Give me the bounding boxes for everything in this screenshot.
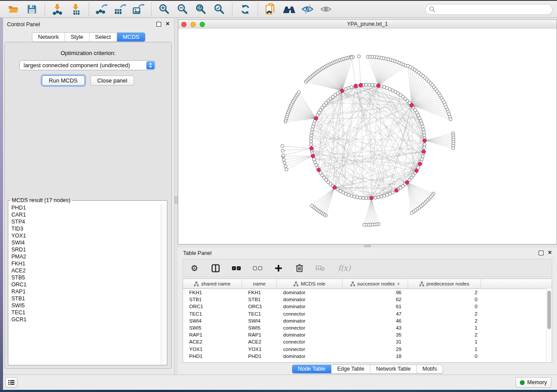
cell-successor-nodes[interactable]: 47 — [343, 311, 408, 316]
cell-MCDS-role[interactable]: connector — [277, 339, 343, 344]
float-panel-icon[interactable] — [156, 22, 161, 27]
cell-successor-nodes[interactable]: 29 — [343, 347, 408, 352]
cell-shared-name[interactable]: PHD1 — [183, 354, 242, 359]
cell-successor-nodes[interactable]: 18 — [343, 354, 408, 359]
table-settings-button[interactable]: ⚙ — [189, 263, 200, 273]
cell-MCDS-role[interactable]: dominator — [277, 297, 343, 302]
cell-predecessor-nodes[interactable]: 1 — [408, 347, 481, 352]
close-panel-button[interactable]: Close panel — [90, 76, 135, 86]
tab-edge-table[interactable]: Edge Table — [332, 365, 370, 373]
search-box[interactable] — [425, 4, 553, 15]
table-row[interactable]: SWI4SWI4dominator462 — [183, 317, 552, 324]
table-row[interactable]: ORC1ORC1dominator610 — [183, 303, 552, 310]
cell-shared-name[interactable]: YOX1 — [183, 347, 242, 352]
cell-MCDS-role[interactable]: connector — [277, 347, 343, 352]
cell-name[interactable]: STB1 — [242, 297, 277, 302]
cell-MCDS-role[interactable]: dominator — [277, 318, 343, 323]
select-all-button[interactable]: ✓✓ — [231, 263, 242, 273]
zoom-fit-button[interactable] — [194, 2, 208, 16]
zoom-out-button[interactable] — [176, 2, 190, 16]
cell-shared-name[interactable]: TEC1 — [183, 311, 242, 316]
network-graph[interactable] — [178, 29, 557, 244]
cell-predecessor-nodes[interactable]: 2 — [408, 332, 481, 337]
run-mcds-button[interactable]: Run MCDS — [42, 76, 85, 86]
show-all-button[interactable] — [319, 2, 333, 16]
tab-node-table[interactable]: Node Table — [292, 365, 332, 373]
table-row[interactable]: SWI5SWI5connector431 — [183, 324, 552, 331]
cell-shared-name[interactable]: SWI5 — [183, 325, 242, 330]
scrollbar-thumb[interactable] — [547, 291, 551, 329]
cell-successor-nodes[interactable]: 35 — [343, 332, 408, 337]
table-row[interactable]: YOX1YOX1connector291 — [183, 346, 552, 353]
optimization-criterion-select[interactable]: largest connected component (undirected) — [19, 60, 156, 70]
cell-shared-name[interactable]: ACE2 — [183, 339, 242, 344]
cell-name[interactable]: SWI5 — [242, 325, 277, 330]
table-scrollbar[interactable] — [546, 289, 552, 362]
cell-predecessor-nodes[interactable]: 0 — [408, 297, 481, 302]
close-panel-icon[interactable]: × — [548, 249, 552, 255]
cell-predecessor-nodes[interactable]: 2 — [408, 311, 481, 316]
table-row[interactable]: PHD1PHD1dominator180 — [183, 353, 552, 360]
column-header-name[interactable]: name — [242, 279, 277, 289]
cell-predecessor-nodes[interactable]: 0 — [408, 304, 481, 309]
import-network-button[interactable] — [51, 2, 65, 16]
cell-successor-nodes[interactable]: 43 — [343, 325, 408, 330]
cell-successor-nodes[interactable]: 61 — [343, 304, 408, 309]
cell-name[interactable]: YOX1 — [242, 347, 277, 352]
table-row[interactable]: RAP1RAP1dominator352 — [183, 331, 552, 338]
horizontal-splitter[interactable] — [178, 244, 557, 248]
column-header-successor-nodes[interactable]: successor nodes∨ — [343, 279, 408, 289]
hide-selected-button[interactable] — [301, 2, 315, 16]
export-table-button[interactable] — [113, 2, 127, 16]
close-panel-icon[interactable]: × — [166, 20, 170, 27]
mcds-result-item[interactable]: GCR1 — [11, 316, 161, 323]
cell-name[interactable]: FKH1 — [242, 290, 277, 295]
mcds-result-item[interactable]: FKH1 — [11, 260, 161, 267]
mcds-result-item[interactable]: TID3 — [11, 225, 161, 232]
zoom-in-button[interactable] — [157, 2, 171, 16]
cell-successor-nodes[interactable]: 46 — [343, 318, 408, 323]
mcds-result-item[interactable]: SWI5 — [11, 302, 161, 309]
mcds-list-scrollbar[interactable] — [161, 204, 166, 364]
cell-name[interactable]: ORC1 — [242, 304, 277, 309]
memory-button[interactable]: Memory — [515, 377, 551, 388]
network-window-titlebar[interactable]: YPA_prune.txt_1 — [178, 20, 557, 29]
tab-style[interactable]: Style — [65, 33, 90, 41]
cell-name[interactable]: ACE2 — [242, 339, 277, 344]
tab-network[interactable]: Network — [32, 33, 65, 41]
cell-MCDS-role[interactable]: dominator — [277, 354, 343, 359]
mcds-result-item[interactable]: PHD1 — [11, 204, 161, 211]
table-row[interactable]: STB1STB1dominator620 — [183, 296, 552, 303]
mcds-result-item[interactable]: ACE2 — [11, 267, 161, 274]
table-row[interactable]: TEC1TEC1connector472 — [183, 310, 552, 317]
save-session-button[interactable] — [25, 2, 39, 16]
table-row[interactable]: FKH1FKH1dominator962 — [183, 289, 552, 296]
cell-shared-name[interactable]: SWI4 — [183, 318, 242, 323]
tab-select[interactable]: Select — [90, 33, 117, 41]
mcds-result-item[interactable]: SWI4 — [11, 239, 161, 246]
cell-MCDS-role[interactable]: dominator — [277, 304, 343, 309]
export-image-button[interactable] — [131, 2, 145, 16]
cell-predecessor-nodes[interactable]: 2 — [408, 290, 481, 295]
mcds-result-item[interactable]: PMA2 — [11, 253, 161, 260]
column-header-shared-name[interactable]: shared name — [183, 279, 242, 289]
delete-column-button[interactable] — [294, 263, 304, 273]
mcds-result-item[interactable]: STB1 — [11, 295, 161, 302]
cell-shared-name[interactable]: ORC1 — [183, 304, 242, 309]
export-network-button[interactable] — [95, 2, 109, 16]
mcds-result-item[interactable]: RAP1 — [11, 288, 161, 295]
toggle-columns-button[interactable] — [210, 263, 221, 273]
mcds-result-item[interactable]: CAR1 — [11, 211, 161, 218]
splitter-grip[interactable] — [364, 245, 371, 247]
cell-MCDS-role[interactable]: dominator — [277, 332, 343, 337]
tab-motifs[interactable]: Motifs — [417, 365, 443, 373]
mcds-result-item[interactable]: STB5 — [11, 274, 161, 281]
mcds-result-item[interactable]: YOX1 — [11, 232, 161, 239]
mcds-result-item[interactable]: SRD1 — [11, 246, 161, 253]
table-row[interactable]: ACE2ACE2connector311 — [183, 338, 552, 345]
mcds-result-item[interactable]: TEC1 — [11, 309, 161, 316]
search-input[interactable] — [437, 6, 548, 13]
float-panel-icon[interactable] — [539, 251, 543, 255]
find-button[interactable] — [282, 2, 296, 16]
cell-successor-nodes[interactable]: 31 — [343, 339, 408, 344]
